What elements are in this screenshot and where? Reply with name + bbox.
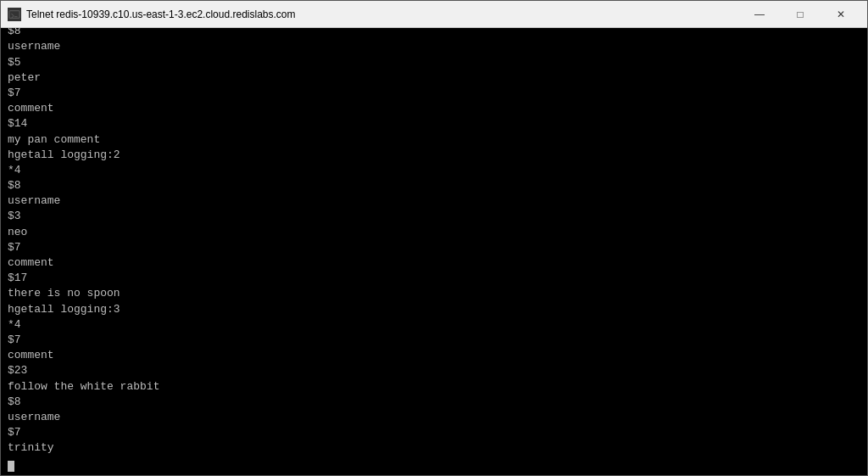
terminal-line: neo: [8, 225, 860, 240]
terminal-line: username: [8, 193, 860, 209]
window-icon: [8, 8, 21, 21]
terminal-output[interactable]: *4$8username$5peter$7comment$14my pan co…: [1, 28, 867, 475]
terminal-line: $7: [8, 425, 860, 440]
terminal-line: hgetall logging:3: [8, 302, 860, 317]
terminal-line: $14: [8, 116, 860, 132]
terminal-cursor-line: [8, 456, 860, 471]
terminal-line: comment: [8, 101, 860, 116]
terminal-line: $8: [8, 178, 860, 193]
terminal-line: my pan comment: [8, 132, 860, 148]
terminal-area: *4$8username$5peter$7comment$14my pan co…: [1, 28, 867, 475]
terminal-line: *4: [8, 163, 860, 178]
terminal-line: $7: [8, 240, 860, 255]
terminal-line: comment: [8, 255, 860, 271]
terminal-cursor: [8, 461, 14, 472]
terminal-line: comment: [8, 348, 860, 363]
terminal-line: $17: [8, 271, 860, 286]
minimize-button[interactable]: —: [740, 1, 779, 28]
titlebar: Telnet redis-10939.c10.us-east-1-3.ec2.c…: [1, 1, 867, 28]
terminal-line: $7: [8, 333, 860, 348]
window-title: Telnet redis-10939.c10.us-east-1-3.ec2.c…: [26, 8, 740, 20]
terminal-window: Telnet redis-10939.c10.us-east-1-3.ec2.c…: [0, 0, 868, 476]
terminal-line: $23: [8, 363, 860, 378]
terminal-line: there is no spoon: [8, 286, 860, 301]
terminal-line: $7: [8, 86, 860, 101]
terminal-line: peter: [8, 70, 860, 86]
terminal-line: $5: [8, 55, 860, 70]
terminal-line: *4: [8, 317, 860, 333]
terminal-line: $8: [8, 395, 860, 410]
terminal-line: $8: [8, 28, 860, 39]
terminal-line: follow the white rabbit: [8, 379, 860, 395]
terminal-line: username: [8, 39, 860, 54]
terminal-line: hgetall logging:2: [8, 148, 860, 163]
maximize-button[interactable]: □: [781, 1, 820, 28]
terminal-line: trinity: [8, 440, 860, 456]
terminal-line: username: [8, 410, 860, 425]
terminal-line: $3: [8, 209, 860, 224]
close-button[interactable]: ✕: [821, 1, 860, 28]
window-controls: — □ ✕: [740, 1, 860, 28]
